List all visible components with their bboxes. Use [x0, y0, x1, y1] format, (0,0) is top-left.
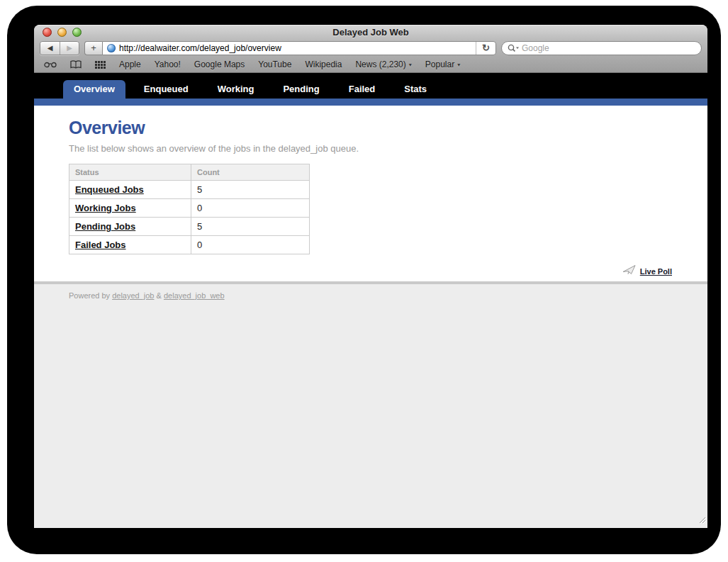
top-sites-grid-icon[interactable] — [95, 61, 106, 69]
bookmark-label: YouTube — [258, 60, 291, 69]
bookmark-folder-news[interactable]: News (2,230)▾ — [355, 60, 411, 69]
bookmark-label: Google Maps — [194, 60, 245, 69]
jobs-overview-table: Status Count Enqueued Jobs 5 Working Job… — [69, 164, 310, 254]
search-input[interactable]: Google — [501, 41, 702, 55]
tab-overview[interactable]: Overview — [63, 80, 125, 99]
bookmark-folder-popular[interactable]: Popular▾ — [425, 60, 460, 69]
reading-list-glasses-icon[interactable] — [44, 62, 57, 68]
table-header-row: Status Count — [69, 164, 310, 181]
live-poll-link[interactable]: Live Poll — [640, 267, 672, 276]
resize-grip[interactable] — [697, 514, 706, 527]
traffic-lights — [43, 28, 82, 37]
live-poll-row: Live Poll — [69, 265, 672, 278]
ampersand: & — [157, 291, 162, 300]
column-header-status: Status — [69, 164, 191, 181]
back-button[interactable]: ◀ — [40, 42, 60, 55]
table-row: Working Jobs 0 — [69, 199, 310, 218]
forward-button[interactable]: ▶ — [60, 42, 79, 55]
bookmarks-book-icon[interactable] — [70, 60, 82, 69]
bookmark-label: Apple — [119, 60, 141, 69]
count-failed: 0 — [191, 236, 310, 254]
chevron-down-icon: ▾ — [409, 62, 412, 68]
job-nav-tabbar: Overview Enqueued Working Pending Failed… — [34, 73, 707, 99]
count-working: 0 — [191, 199, 310, 218]
page-title: Overview — [69, 118, 672, 138]
browser-window: Delayed Job Web ◀ ▶ + http://dealwaiter.… — [34, 25, 707, 528]
delayed-job-link[interactable]: delayed_job — [112, 291, 154, 300]
link-enqueued-jobs[interactable]: Enqueued Jobs — [75, 184, 144, 195]
bookmark-item-apple[interactable]: Apple — [119, 60, 141, 69]
page-footer: Powered by delayed_job & delayed_job_web — [34, 281, 707, 528]
table-row: Failed Jobs 0 — [69, 236, 310, 254]
link-pending-jobs[interactable]: Pending Jobs — [75, 221, 135, 232]
zoom-button[interactable] — [72, 28, 82, 37]
address-bar[interactable]: http://dealwaiter.com/delayed_job/overvi… — [102, 41, 496, 55]
bookmark-item-wikipedia[interactable]: Wikipedia — [305, 60, 342, 69]
powered-by-text: Powered by delayed_job & delayed_job_web — [69, 291, 707, 300]
tab-pending[interactable]: Pending — [272, 80, 330, 99]
title-bar: Delayed Job Web — [34, 25, 707, 39]
new-tab-button[interactable]: + — [84, 41, 102, 55]
tab-stats[interactable]: Stats — [393, 80, 437, 99]
bookmark-item-yahoo[interactable]: Yahoo! — [155, 60, 181, 69]
search-placeholder: Google — [522, 43, 549, 53]
search-icon — [508, 44, 520, 52]
bookmarks-bar: Apple Yahoo! Google Maps YouTube Wikiped… — [34, 57, 707, 73]
active-tab-accent-bar — [34, 99, 707, 106]
column-header-count: Count — [191, 164, 310, 181]
link-working-jobs[interactable]: Working Jobs — [75, 203, 136, 213]
chevron-down-icon: ▾ — [457, 62, 460, 68]
bookmark-item-google-maps[interactable]: Google Maps — [194, 60, 245, 69]
tab-failed[interactable]: Failed — [338, 80, 386, 99]
reload-icon[interactable]: ↻ — [476, 42, 495, 55]
window-title: Delayed Job Web — [34, 27, 707, 38]
bookmark-label: Popular — [425, 60, 454, 69]
url-text[interactable]: http://dealwaiter.com/delayed_job/overvi… — [116, 43, 476, 53]
bookmark-label: Wikipedia — [305, 60, 342, 69]
browser-toolbar: ◀ ▶ + http://dealwaiter.com/delayed_job/… — [34, 39, 707, 57]
minimize-button[interactable] — [57, 28, 67, 37]
bookmark-item-youtube[interactable]: YouTube — [258, 60, 291, 69]
address-bar-group: + http://dealwaiter.com/delayed_job/over… — [84, 41, 496, 55]
count-pending: 5 — [191, 218, 310, 236]
link-failed-jobs[interactable]: Failed Jobs — [75, 240, 126, 250]
tab-working[interactable]: Working — [207, 80, 265, 99]
tab-enqueued[interactable]: Enqueued — [133, 80, 199, 99]
bookmark-label: Yahoo! — [155, 60, 181, 69]
bookmark-label: News (2,230) — [355, 60, 405, 69]
window-shadow-frame: Delayed Job Web ◀ ▶ + http://dealwaiter.… — [7, 6, 721, 554]
history-nav: ◀ ▶ — [40, 41, 79, 55]
page-description: The list below shows an overview of the … — [69, 143, 672, 154]
page-content: Overview The list below shows an overvie… — [34, 106, 707, 281]
close-button[interactable] — [43, 28, 52, 37]
paper-plane-icon — [622, 265, 636, 278]
table-row: Pending Jobs 5 — [69, 218, 310, 236]
delayed-job-web-link[interactable]: delayed_job_web — [164, 291, 225, 300]
powered-by-prefix: Powered by — [69, 291, 110, 300]
site-favicon-globe-icon — [107, 44, 116, 52]
table-row: Enqueued Jobs 5 — [69, 181, 310, 199]
count-enqueued: 5 — [191, 181, 310, 199]
